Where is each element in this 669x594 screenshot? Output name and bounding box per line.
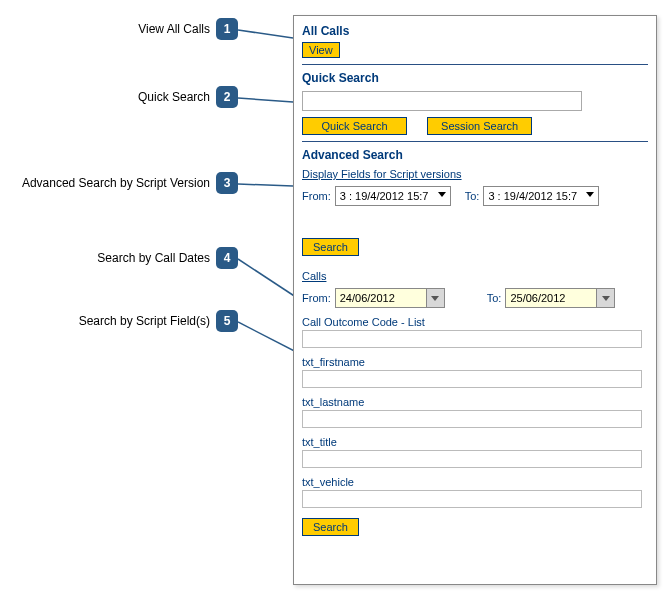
chevron-down-icon	[438, 192, 446, 197]
callout-1: View All Calls 1	[0, 18, 238, 40]
callout-3-label: Advanced Search by Script Version	[22, 176, 210, 190]
search-panel: All Calls View Quick Search Quick Search…	[293, 15, 657, 585]
calls-to-date-input[interactable]	[505, 288, 597, 308]
svg-line-2	[238, 184, 293, 186]
callout-3-badge: 3	[216, 172, 238, 194]
chevron-down-icon	[602, 296, 610, 301]
view-button[interactable]: View	[302, 42, 340, 58]
script-field-label: txt_title	[302, 436, 648, 448]
callout-2: Quick Search 2	[0, 86, 238, 108]
calls-to-date-picker-button[interactable]	[597, 288, 615, 308]
script-field-input[interactable]	[302, 330, 642, 348]
session-search-button[interactable]: Session Search	[427, 117, 532, 135]
calls-link[interactable]: Calls	[302, 270, 326, 282]
adv-from-label: From:	[302, 190, 331, 202]
quick-search-button[interactable]: Quick Search	[302, 117, 407, 135]
callout-1-label: View All Calls	[138, 22, 210, 36]
callout-5-label: Search by Script Field(s)	[79, 314, 210, 328]
display-fields-link[interactable]: Display Fields for Script versions	[302, 168, 462, 180]
callout-4: Search by Call Dates 4	[0, 247, 238, 269]
bottom-search-button[interactable]: Search	[302, 518, 359, 536]
quick-search-title: Quick Search	[302, 71, 648, 85]
adv-to-label: To:	[465, 190, 480, 202]
calls-from-date-input[interactable]	[335, 288, 427, 308]
calls-to-label: To:	[487, 292, 502, 304]
callout-4-label: Search by Call Dates	[97, 251, 210, 265]
callout-4-badge: 4	[216, 247, 238, 269]
calls-from-date-picker-button[interactable]	[427, 288, 445, 308]
script-fields: Call Outcome Code - Listtxt_firstnametxt…	[302, 316, 648, 508]
callout-2-badge: 2	[216, 86, 238, 108]
script-field-input[interactable]	[302, 370, 642, 388]
script-field-label: Call Outcome Code - List	[302, 316, 648, 328]
callout-5-badge: 5	[216, 310, 238, 332]
callout-2-label: Quick Search	[138, 90, 210, 104]
divider	[302, 64, 648, 65]
script-field-input[interactable]	[302, 410, 642, 428]
script-field-label: txt_firstname	[302, 356, 648, 368]
svg-line-1	[238, 98, 293, 102]
chevron-down-icon	[431, 296, 439, 301]
script-field-input[interactable]	[302, 450, 642, 468]
calls-from-label: From:	[302, 292, 331, 304]
script-version-from-value: 3 : 19/4/2012 15:7	[340, 190, 429, 202]
svg-line-0	[238, 30, 293, 38]
callout-5: Search by Script Field(s) 5	[0, 310, 238, 332]
chevron-down-icon	[586, 192, 594, 197]
script-field-label: txt_lastname	[302, 396, 648, 408]
script-field-input[interactable]	[302, 490, 642, 508]
advanced-search-title: Advanced Search	[302, 148, 648, 162]
advanced-search-button[interactable]: Search	[302, 238, 359, 256]
callout-3: Advanced Search by Script Version 3	[0, 172, 238, 194]
callout-1-badge: 1	[216, 18, 238, 40]
script-field-label: txt_vehicle	[302, 476, 648, 488]
script-version-from-dropdown[interactable]: 3 : 19/4/2012 15:7	[335, 186, 451, 206]
script-version-to-dropdown[interactable]: 3 : 19/4/2012 15:7	[483, 186, 599, 206]
script-version-to-value: 3 : 19/4/2012 15:7	[488, 190, 577, 202]
divider	[302, 141, 648, 142]
quick-search-input[interactable]	[302, 91, 582, 111]
all-calls-title: All Calls	[302, 24, 648, 38]
